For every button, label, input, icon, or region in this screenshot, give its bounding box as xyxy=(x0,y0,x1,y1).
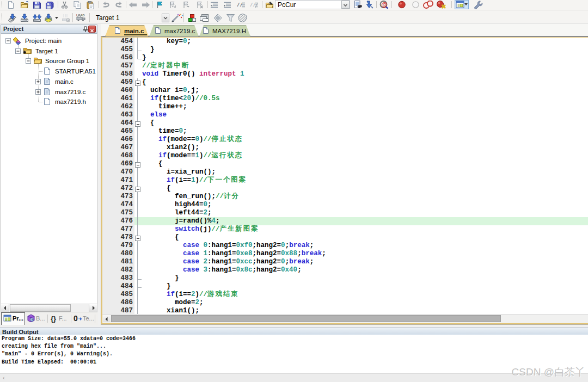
svg-text:?: ? xyxy=(31,318,33,322)
svg-text://: // xyxy=(250,3,256,8)
svg-text://: // xyxy=(237,3,243,8)
